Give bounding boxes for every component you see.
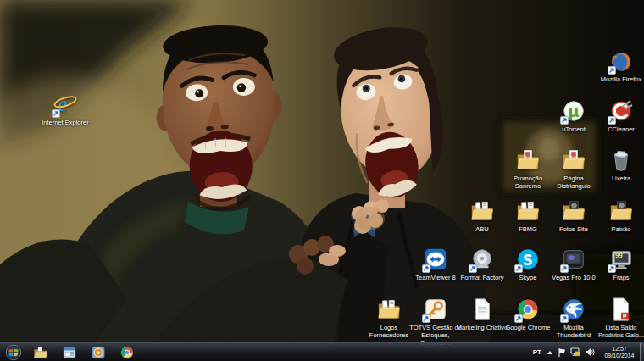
teamviewer-icon xyxy=(423,247,448,272)
folder-photo-icon xyxy=(608,198,634,224)
folder-files-icon xyxy=(469,198,495,224)
taskbar-explorer-icon[interactable] xyxy=(29,343,53,361)
desktop-icon-label: uTorrent xyxy=(547,125,601,133)
action-center-flag-icon[interactable] xyxy=(558,346,566,359)
shortcut-arrow-badge xyxy=(608,264,616,273)
desktop-icon-label: CCleaner xyxy=(594,125,644,133)
desktop-icon-fraps[interactable]: 99Fraps xyxy=(594,247,644,281)
taskbar-chrome-task-icon[interactable] xyxy=(115,343,139,361)
clock-date: 09/10/2014 xyxy=(602,353,637,359)
ccleaner-icon xyxy=(608,98,634,124)
desktop-icon-label: Internet Explorer xyxy=(38,119,92,126)
shortcut-arrow-badge xyxy=(422,264,430,273)
utorrent-icon: µ xyxy=(561,98,586,124)
clock[interactable]: 12:57 09/10/2014 xyxy=(599,346,640,359)
taskbar-start-button[interactable] xyxy=(2,343,25,361)
svg-text:99: 99 xyxy=(615,252,624,259)
folder-photo-icon xyxy=(561,198,586,224)
desktop-icon-label: Paixão xyxy=(594,225,644,233)
folder-files-icon xyxy=(376,297,402,322)
desktop-icon-label: Lixeira xyxy=(594,175,644,182)
volume-icon[interactable] xyxy=(585,346,595,359)
desktop-icon-label: Lista Saldo Produtos Galp... xyxy=(594,324,644,339)
pdf-doc-icon xyxy=(608,297,634,322)
desktop-icon-label: Fraps xyxy=(594,274,644,281)
folder-red-icon xyxy=(515,147,541,173)
totvs-icon xyxy=(423,297,448,322)
chrome-icon xyxy=(515,297,541,322)
desktop-icon-lixeira[interactable]: Lixeira xyxy=(594,147,644,182)
desktop-icon-ccleaner[interactable]: CCleaner xyxy=(594,98,644,133)
shortcut-arrow-badge xyxy=(560,264,569,273)
desktop-icon-lista-saldo[interactable]: Lista Saldo Produtos Galp... xyxy=(594,297,644,339)
skype-icon: S xyxy=(515,247,541,272)
desktop-icon-label: Fotos Site xyxy=(547,225,601,233)
desktop-icon-utorrent[interactable]: µuTorrent xyxy=(547,98,601,133)
folder-files-icon xyxy=(515,198,541,224)
desktop-icon-paixao[interactable]: Paixão xyxy=(594,198,644,233)
desktop-icon-pagina-distriangulo[interactable]: Página Distriangulo xyxy=(547,147,601,190)
system-tray: PT xyxy=(532,343,640,361)
taskbar-app-window-icon[interactable] xyxy=(58,343,81,361)
shortcut-arrow-badge xyxy=(560,314,569,323)
language-indicator[interactable]: PT xyxy=(532,348,542,356)
desktop-icon-mozilla-thunderbird[interactable]: Mozilla Thunderbird xyxy=(547,297,601,339)
shortcut-arrow-badge xyxy=(560,116,569,125)
hidden-icons-arrow-icon[interactable] xyxy=(547,346,553,359)
desktop-icon-mozilla-firefox[interactable]: Mozilla Firefox xyxy=(594,48,644,83)
firefox-icon xyxy=(608,48,634,74)
show-desktop-button[interactable] xyxy=(640,343,644,361)
svg-text:S: S xyxy=(523,252,533,269)
desktop-icon-label: Vegas Pro 10.0 xyxy=(547,274,601,281)
shortcut-arrow-badge xyxy=(52,109,60,118)
shortcut-arrow-badge xyxy=(514,264,523,273)
shortcut-arrow-badge xyxy=(608,116,616,125)
formatfactory-icon xyxy=(469,247,495,272)
shortcut-arrow-badge xyxy=(469,264,477,273)
recycle-bin-icon xyxy=(608,147,634,173)
vegas-icon xyxy=(561,247,586,272)
shortcut-arrow-badge xyxy=(422,314,430,323)
desktop-icon-internet-explorer[interactable]: eInternet Explorer xyxy=(38,92,92,126)
shortcut-arrow-badge xyxy=(514,314,523,323)
desktop-icon-vegas-pro-10[interactable]: Vegas Pro 10.0 xyxy=(547,247,601,281)
shortcut-arrow-badge xyxy=(608,66,616,75)
folder-red-icon xyxy=(561,147,586,173)
document-icon xyxy=(469,297,495,322)
fraps-icon: 99 xyxy=(608,247,634,272)
desktop-icon-label: Mozilla Thunderbird xyxy=(547,324,601,339)
thunderbird-icon xyxy=(561,297,586,322)
taskbar-media-player-icon[interactable] xyxy=(86,343,110,361)
desktop-icon-fotos-site[interactable]: Fotos Site xyxy=(547,198,601,233)
ie-icon: e xyxy=(53,92,78,117)
desktop-icon-label: Página Distriangulo xyxy=(547,175,601,190)
desktop-icon-label: Mozilla Firefox xyxy=(594,75,644,83)
desktop: eInternet ExplorerMozilla FirefoxµuTorre… xyxy=(0,0,644,361)
clock-time: 12:57 xyxy=(602,346,637,353)
taskbar: PT xyxy=(0,342,644,361)
network-icon[interactable] xyxy=(570,346,580,359)
svg-text:µ: µ xyxy=(568,103,579,120)
